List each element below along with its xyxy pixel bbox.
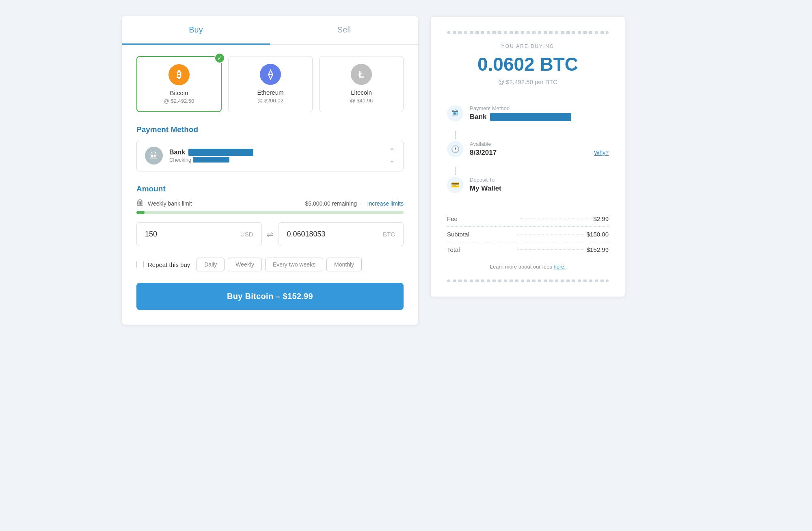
summary-divider-1 xyxy=(447,97,609,97)
here-link[interactable]: here. xyxy=(554,264,566,270)
btc-name: Bitcoin xyxy=(144,89,214,96)
buy-sell-panel: Buy Sell ✓ ₿ Bitcoin @ $2,492.50 ⟠ Ether… xyxy=(122,16,418,325)
chevron-icon: ⌃⌄ xyxy=(389,147,395,165)
limit-row: 🏛 Weekly bank limit $5,000.00 remaining … xyxy=(136,199,404,208)
repeat-every-two-weeks[interactable]: Every two weeks xyxy=(265,258,323,271)
summary-payment-content: Payment Method Bank xyxy=(470,105,609,121)
crypto-cards: ✓ ₿ Bitcoin @ $2,492.50 ⟠ Ethereum @ $20… xyxy=(136,56,404,112)
btc-input-box[interactable]: 0.06018053 BTC xyxy=(279,222,404,246)
btc-amount-display: 0.0602 BTC xyxy=(447,53,609,75)
summary-card: YOU ARE BUYING 0.0602 BTC @ $2,492.50 pe… xyxy=(430,16,625,297)
btc-value: 0.06018053 xyxy=(287,230,326,238)
repeat-weekly[interactable]: Weekly xyxy=(228,258,262,271)
summary-available-value: 8/3/2017 Why? xyxy=(470,149,609,157)
repeat-daily[interactable]: Daily xyxy=(197,258,225,271)
connector-line-1 xyxy=(455,131,456,139)
summary-clock-icon: 🕐 xyxy=(447,141,463,157)
fee-dots xyxy=(520,219,590,219)
bank-name: Bank xyxy=(169,149,389,156)
increase-limits-link[interactable]: Increase limits xyxy=(367,200,404,207)
summary-available-content: Available 8/3/2017 Why? xyxy=(470,141,609,157)
repeat-row: Repeat this buy Daily Weekly Every two w… xyxy=(136,258,404,271)
repeat-monthly[interactable]: Monthly xyxy=(326,258,362,271)
ltc-name: Litecoin xyxy=(326,89,397,96)
summary-deposit-label: Deposit To xyxy=(470,177,609,183)
you-are-buying-label: YOU ARE BUYING xyxy=(447,43,609,49)
connector-line-2 xyxy=(455,167,456,175)
repeat-checkbox[interactable]: Repeat this buy xyxy=(136,261,190,268)
learn-more: Learn more about our fees here. xyxy=(447,264,609,270)
fee-rows: Fee $2.99 Subtotal $150.00 Total $152.99 xyxy=(447,211,609,257)
amount-inputs: 150 USD ⇌ 0.06018053 BTC xyxy=(136,222,404,246)
ltc-icon: Ł xyxy=(351,64,372,85)
eth-price: @ $200.02 xyxy=(235,98,306,104)
selected-badge: ✓ xyxy=(214,53,225,63)
total-row: Total $152.99 xyxy=(447,242,609,257)
bank-info: Bank Checking xyxy=(169,149,389,163)
amount-section-title: Amount xyxy=(136,184,404,193)
usd-value: 150 xyxy=(145,230,157,238)
bank-subtext: Checking xyxy=(169,157,389,163)
limit-label: Weekly bank limit xyxy=(148,200,192,207)
limit-icon: 🏛 xyxy=(136,199,144,208)
btc-icon: ₿ xyxy=(168,64,190,85)
summary-payment-label: Payment Method xyxy=(470,105,609,111)
btc-rate-display: @ $2,492.50 per BTC xyxy=(447,78,609,85)
left-content: ✓ ₿ Bitcoin @ $2,492.50 ⟠ Ethereum @ $20… xyxy=(122,45,418,325)
summary-deposit-value: My Wallet xyxy=(470,184,609,193)
buy-button[interactable]: Buy Bitcoin – $152.99 xyxy=(136,283,404,310)
usd-input-box[interactable]: 150 USD xyxy=(136,222,262,246)
total-label: Total xyxy=(447,246,514,253)
payment-section-title: Payment Method xyxy=(136,125,404,134)
summary-wallet-icon: 💳 xyxy=(447,177,463,193)
checkbox-box[interactable] xyxy=(136,261,144,268)
fee-row: Fee $2.99 xyxy=(447,211,609,227)
swap-icon[interactable]: ⇌ xyxy=(267,230,274,239)
bank-redacted xyxy=(188,149,253,156)
summary-deposit-content: Deposit To My Wallet xyxy=(470,177,609,193)
summary-payment-row: 🏛 Payment Method Bank xyxy=(447,105,609,121)
eth-name: Ethereum xyxy=(235,89,306,96)
subtotal-label: Subtotal xyxy=(447,231,514,238)
tabs: Buy Sell xyxy=(122,16,418,45)
btc-currency: BTC xyxy=(383,231,395,238)
subtotal-row: Subtotal $150.00 xyxy=(447,227,609,242)
progress-bar xyxy=(136,211,404,214)
why-link[interactable]: Why? xyxy=(594,150,609,156)
fee-label: Fee xyxy=(447,215,517,222)
repeat-options: Daily Weekly Every two weeks Monthly xyxy=(197,258,362,271)
eth-icon: ⟠ xyxy=(260,64,281,85)
crypto-card-eth[interactable]: ⟠ Ethereum @ $200.02 xyxy=(228,56,313,112)
summary-bank-redacted xyxy=(490,113,571,121)
summary-available-label: Available xyxy=(470,141,609,147)
btc-price: @ $2,492.50 xyxy=(144,98,214,104)
bank-sub-redacted xyxy=(193,157,229,163)
subtotal-dots xyxy=(517,234,583,234)
payment-method-selector[interactable]: 🏛 Bank Checking ⌃⌄ xyxy=(136,140,404,171)
summary-deposit-row: 💳 Deposit To My Wallet xyxy=(447,177,609,193)
repeat-label: Repeat this buy xyxy=(148,261,190,268)
usd-currency: USD xyxy=(240,231,253,238)
crypto-card-ltc[interactable]: Ł Litecoin @ $41.96 xyxy=(319,56,404,112)
limit-remaining: $5,000.00 remaining · Increase limits xyxy=(305,200,404,207)
fee-amount: $2.99 xyxy=(593,215,609,222)
crypto-card-btc[interactable]: ✓ ₿ Bitcoin @ $2,492.50 xyxy=(136,56,222,112)
summary-bank-icon: 🏛 xyxy=(447,105,463,121)
ltc-price: @ $41.96 xyxy=(326,98,397,104)
summary-available-row: 🕐 Available 8/3/2017 Why? xyxy=(447,141,609,157)
tab-sell[interactable]: Sell xyxy=(270,16,418,44)
summary-payment-value: Bank xyxy=(470,113,609,121)
bank-icon: 🏛 xyxy=(145,147,163,165)
total-dots xyxy=(517,249,583,250)
summary-divider-2 xyxy=(447,203,609,203)
summary-panel: YOU ARE BUYING 0.0602 BTC @ $2,492.50 pe… xyxy=(430,16,625,325)
progress-fill xyxy=(136,211,145,214)
tab-buy[interactable]: Buy xyxy=(122,16,270,45)
total-amount: $152.99 xyxy=(587,246,609,253)
subtotal-amount: $150.00 xyxy=(587,231,609,238)
